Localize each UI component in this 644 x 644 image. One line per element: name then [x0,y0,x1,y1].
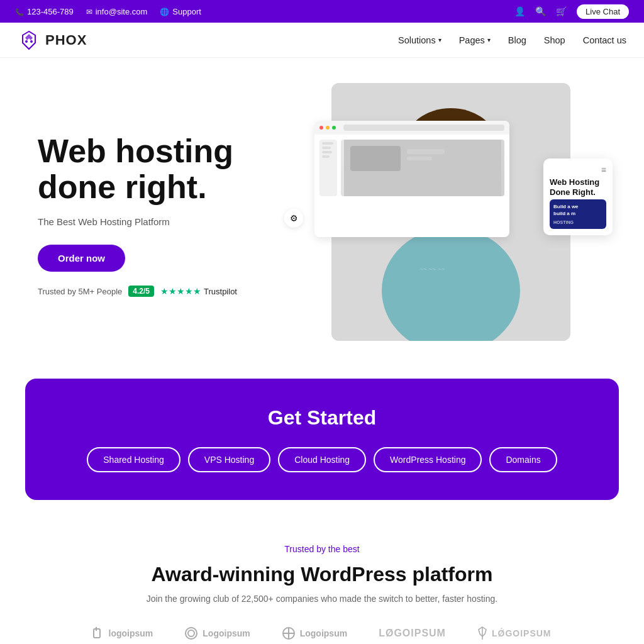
browser-bar [314,121,509,135]
float-right-card: ≡ Web Hosting Done Right. Build a webuil… [543,158,613,235]
sidebar-line [322,147,331,149]
top-bar: 123-456-789 info@site.com Support Live C… [0,0,644,23]
trustpilot-stars: ★★★★★ [160,286,201,296]
phone-icon [15,7,24,16]
logo-5-icon [477,626,487,640]
float-card-inner: Build a webuild a m HOSTING [550,199,606,229]
trusted-title: Award-winning WordPress platform [38,563,606,586]
logo-2-icon [184,626,198,640]
svg-point-20 [186,628,197,639]
dot-green [332,126,336,130]
user-icon[interactable] [514,6,525,17]
trusted-section: Trusted by the best Award-winning WordPr… [0,513,644,644]
tab-shared-hosting[interactable]: Shared Hosting [87,447,180,472]
top-bar-left: 123-456-789 info@site.com Support [15,7,499,16]
logo-4-text: LØGOIPSUM [379,628,446,639]
get-started-section: Get Started Shared Hosting VPS Hosting C… [25,379,619,500]
tab-vps-hosting[interactable]: VPS Hosting [188,447,270,472]
navbar: PHOX Solutions Pages Blog Shop Contact u… [0,23,644,58]
mail-icon [86,7,92,16]
support-label: Support [172,7,201,16]
browser-body [314,135,509,201]
svg-point-21 [188,630,194,636]
url-bar [343,125,504,131]
svg-point-0 [25,40,28,43]
logo-icon [18,29,40,52]
tab-wordpress-hosting[interactable]: WordPress Hosting [374,447,482,472]
hero-right: ~~ ~~ ~~ [296,83,606,347]
top-bar-right: Live Chat [514,4,629,19]
logo-2-text: Logoipsum [203,628,250,638]
logo[interactable]: PHOX [18,29,87,52]
email-item: info@site.com [86,7,148,16]
svg-text:~~ ~~ ~~: ~~ ~~ ~~ [419,266,445,273]
svg-rect-15 [350,146,401,171]
hero-section: Web hosting done right. The Best Web Hos… [0,58,644,366]
logo-3-text: Logoipsum [300,628,347,638]
dot-yellow [326,126,330,130]
screen-sidebar [319,140,337,196]
screen-main [341,140,504,196]
logo-item-5: LǾGOIPSUM [477,626,552,640]
svg-rect-16 [407,149,445,154]
tab-cloud-hosting[interactable]: Cloud Hosting [278,447,366,472]
logo-text: PHOX [45,32,87,48]
dot-red [319,126,323,130]
hero-left: Web hosting done right. The Best Web Hos… [38,133,277,297]
gear-icon: ⚙ [284,209,303,228]
logo-item-1: logoipsum [93,626,153,640]
globe-icon [160,7,169,16]
logo-item-3: Logoipsum [282,626,347,640]
logo-5-text: LǾGOIPSUM [492,628,552,638]
float-browser-card [314,121,509,237]
logo-item-4: LØGOIPSUM [379,626,446,640]
nav-solutions[interactable]: Solutions [398,35,441,45]
search-icon[interactable] [535,6,546,17]
phone-number: 123-456-789 [27,7,74,16]
email-address: info@site.com [96,7,148,16]
hosting-tabs: Shared Hosting VPS Hosting Cloud Hosting… [44,447,600,472]
logo-1-icon [93,626,104,640]
sidebar-line [322,151,332,153]
nav-contact[interactable]: Contact us [583,35,626,45]
order-now-button[interactable]: Order now [38,245,125,272]
logo-1-text: logoipsum [109,628,153,638]
trust-badge: 4.2/5 [128,286,154,297]
nav-pages[interactable]: Pages [459,35,491,45]
trustpilot-label: Trustpilot [204,287,237,296]
cart-icon[interactable] [556,6,567,17]
support-item[interactable]: Support [160,7,201,16]
get-started-title: Get Started [44,406,600,430]
tab-domains[interactable]: Domains [489,447,557,472]
svg-point-1 [30,40,33,43]
screen-hero-img [341,140,504,196]
trustpilot: ★★★★★ Trustpilot [160,286,237,296]
svg-rect-17 [407,157,432,160]
card-menu: ≡ [550,165,606,175]
hero-subtitle: The Best Web Hosting Platform [38,216,277,227]
logo-3-icon [282,626,296,640]
phone-item: 123-456-789 [15,7,74,16]
trust-text: Trusted by 5M+ People [38,287,122,296]
trusted-subtitle: Join the growing club of 22,500+ compani… [38,594,606,604]
sidebar-line [322,155,330,158]
trusted-label: Trusted by the best [38,544,606,554]
sidebar-line [322,142,333,145]
nav-shop[interactable]: Shop [544,35,565,45]
nav-links: Solutions Pages Blog Shop Contact us [398,35,626,45]
logos-row-1: logoipsum Logoipsum Logoipsum LØGOIPSUM … [38,626,606,640]
hero-title: Web hosting done right. [38,133,277,205]
float-card-title: Web Hosting Done Right. [550,177,606,197]
trust-row: Trusted by 5M+ People 4.2/5 ★★★★★ Trustp… [38,286,277,297]
nav-blog[interactable]: Blog [508,35,526,45]
screen-hero-visual [341,140,504,196]
live-chat-button[interactable]: Live Chat [577,4,629,19]
logo-item-2: Logoipsum [184,626,250,640]
